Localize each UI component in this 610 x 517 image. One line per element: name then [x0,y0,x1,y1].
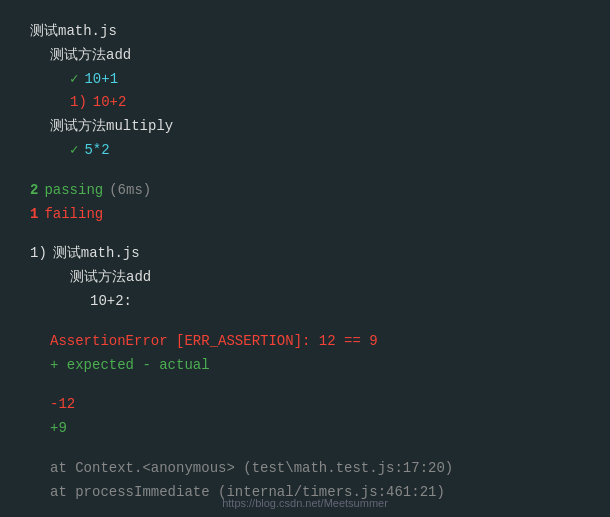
passing-count: 2 [30,179,38,203]
fail-test: 10+2: [90,290,132,314]
test1-name: 10+1 [84,68,118,92]
test2-num: 1) [70,91,87,115]
expected-actual: + expected - actual [50,354,210,378]
error-msg-line: AssertionError [ERR_ASSERTION]: 12 == 9 [50,330,580,354]
method-add-line: 测试方法add [50,44,580,68]
fail-method: 测试方法add [70,266,151,290]
fail-suite: 测试math.js [53,242,140,266]
method-multiply: 测试方法multiply [50,115,173,139]
fail-method-line: 测试方法add [70,266,580,290]
passing-line: 2 passing (6ms) [30,179,580,203]
stack1-line: at Context.<anonymous> (test\math.test.j… [50,457,580,481]
suite-name-line: 测试math.js [30,20,580,44]
fail-detail-suite-line: 1) 测试math.js [30,242,580,266]
suite-name: 测试math.js [30,20,117,44]
failing-line: 1 failing [30,203,580,227]
test3-check: ✓ [70,139,78,163]
passing-label: passing [44,179,103,203]
actual-value-line: -12 [50,393,580,417]
failing-count: 1 [30,203,38,227]
expected-actual-line: + expected - actual [50,354,580,378]
actual-value: -12 [50,393,75,417]
passing-time: (6ms) [109,179,151,203]
terminal-output: 测试math.js 测试方法add ✓ 10+1 1) 10+2 测试方法mul… [0,0,610,517]
method-multiply-line: 测试方法multiply [50,115,580,139]
error-msg: AssertionError [ERR_ASSERTION]: 12 == 9 [50,330,378,354]
watermark: https://blog.csdn.net/Meetsummer [222,497,388,509]
test2-line: 1) 10+2 [70,91,580,115]
fail-test-line: 10+2: [90,290,580,314]
failing-label: failing [44,203,103,227]
method-add: 测试方法add [50,44,131,68]
test3-name: 5*2 [84,139,109,163]
expected-value: +9 [50,417,67,441]
test1-check: ✓ [70,68,78,92]
test3-line: ✓ 5*2 [70,139,580,163]
test1-line: ✓ 10+1 [70,68,580,92]
expected-value-line: +9 [50,417,580,441]
test2-name: 10+2 [93,91,127,115]
fail-num: 1) [30,242,47,266]
stack1: at Context.<anonymous> (test\math.test.j… [50,457,453,481]
